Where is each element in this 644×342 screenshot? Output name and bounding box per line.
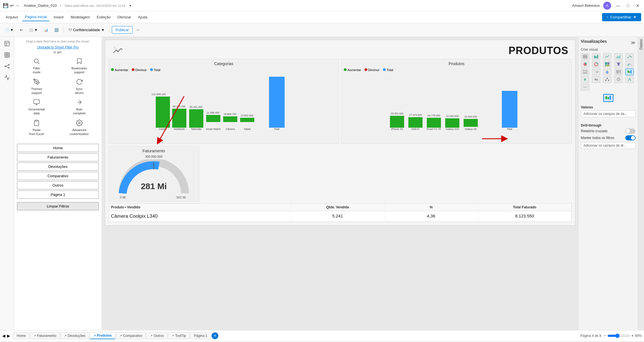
viz-more[interactable]: ⋯: [581, 84, 589, 91]
viz-treemap[interactable]: [603, 61, 611, 68]
viz-bar[interactable]: [592, 53, 600, 60]
categorias-legend: Aumentar Diminuir Total: [111, 68, 336, 72]
viz-decomp[interactable]: [603, 76, 611, 83]
feature-sync-slicers[interactable]: Syncslicers: [60, 78, 99, 95]
viz-donut[interactable]: [592, 61, 600, 68]
viz-r-script[interactable]: R: [581, 76, 589, 83]
tab-prev-btn[interactable]: ◀: [2, 334, 5, 338]
cell-total: 8.123.550: [478, 211, 572, 221]
svg-rect-76: [607, 65, 609, 66]
viz-line[interactable]: [603, 53, 611, 60]
tab-comparativo[interactable]: ↗ Comparativo: [116, 332, 146, 339]
add-values-field-btn[interactable]: Adicionar os campos de da...: [581, 110, 636, 117]
maximize-btn[interactable]: □: [625, 3, 631, 8]
save-icon[interactable]: 💾: [3, 3, 8, 8]
svg-rect-97: [605, 96, 607, 99]
tab-produtos[interactable]: ↗ Produtos: [90, 332, 116, 339]
relatorio-cruzado-toggle[interactable]: [625, 129, 636, 134]
minimize-btn[interactable]: —: [615, 3, 622, 8]
upgrade-link[interactable]: Upgrade to Smart Filter Pro: [17, 45, 99, 49]
viz-ai[interactable]: [625, 76, 634, 83]
tab-faturamento[interactable]: ↗ Faturamento: [30, 332, 60, 339]
user-name: Amauri Bekesius: [572, 3, 600, 8]
viz-scatter[interactable]: [625, 53, 634, 60]
tab-next-btn[interactable]: ▶: [7, 334, 10, 338]
gauge-panel: Faturamento 300.000.000 0 Mi 562: [108, 146, 199, 202]
selected-viz-icon[interactable]: [603, 94, 613, 102]
manter-filtros-toggle[interactable]: [625, 135, 636, 140]
nav-faturamento[interactable]: Faturamento: [17, 153, 99, 161]
menu-arquivo[interactable]: Arquivo: [3, 13, 21, 21]
redo-icon[interactable]: ↪: [16, 3, 19, 8]
menu-exibicao[interactable]: Exibição: [94, 13, 113, 21]
menu-inserir[interactable]: Inserir: [51, 13, 67, 21]
sensitivity-btn[interactable]: 🛡 Confidencialidade ▼: [66, 27, 107, 33]
zoom-slider[interactable]: [607, 334, 630, 338]
dax-icon[interactable]: [3, 73, 12, 82]
tab-pagina1[interactable]: Página 1: [190, 332, 211, 339]
tab-home[interactable]: Home: [13, 332, 29, 339]
dropdown-arrow-title[interactable]: ▼: [129, 4, 132, 7]
incremental-label: Incrementaldata: [29, 107, 45, 116]
viz-qa[interactable]: ?: [614, 76, 623, 83]
viz-kpi[interactable]: ↑KPI: [592, 69, 600, 75]
header-pct: %: [385, 204, 478, 211]
menu-pagina-inicial[interactable]: Página Inicial: [22, 13, 50, 21]
viz-pie[interactable]: [581, 61, 589, 68]
menu-ajuda[interactable]: Ajuda: [135, 13, 150, 21]
feature-autocomplete[interactable]: Autocomplete: [60, 98, 99, 116]
table-header-row: Produto • Vendido Qtde. Vendida % Total …: [109, 204, 572, 211]
nav-outros[interactable]: Outros: [17, 181, 99, 189]
svg-point-21: [78, 122, 80, 124]
feature-incremental[interactable]: Incrementaldata: [17, 98, 56, 116]
viz-funnel[interactable]: [614, 61, 623, 68]
viz-gauge[interactable]: [625, 61, 634, 68]
expand-panel-btn[interactable]: ≫: [631, 40, 636, 45]
dados-label[interactable]: Dados: [638, 38, 644, 51]
nav-pagina1[interactable]: Página 1: [17, 191, 99, 199]
clear-filters-btn[interactable]: Limpar Filtros: [17, 202, 99, 210]
close-btn[interactable]: ✕: [634, 3, 641, 8]
add-tab-btn[interactable]: +: [212, 332, 218, 339]
share-button[interactable]: ↑ Compartilhar ▼: [602, 13, 641, 21]
calc-btn[interactable]: 🔢: [52, 27, 61, 33]
viz-python[interactable]: Py: [592, 76, 600, 83]
advanced-icon: [75, 119, 83, 127]
undo-icon[interactable]: ↩: [10, 3, 14, 8]
nav-comparativo[interactable]: Comparativo: [17, 172, 99, 180]
feature-themes[interactable]: Themessupport: [17, 78, 56, 95]
tab-devolucoes[interactable]: ↗ Devoluções: [61, 332, 89, 339]
tab-outros[interactable]: ↗ Outros: [146, 332, 167, 339]
new-file-btn[interactable]: 📄 ▼: [2, 27, 16, 33]
model-icon[interactable]: [3, 62, 12, 71]
filter-mode-label: Filtermode: [33, 66, 40, 74]
viz-card[interactable]: 123: [581, 69, 589, 75]
svg-text:24.778.000: 24.778.000: [427, 114, 440, 117]
copy-btn[interactable]: ⬜ ▼: [26, 27, 40, 33]
publish-button[interactable]: Publicar: [112, 26, 133, 34]
format-btn[interactable]: 📊: [41, 27, 51, 33]
nav-home[interactable]: Home: [17, 144, 99, 152]
zoom-in-icon[interactable]: +: [631, 333, 634, 338]
svg-point-68: [628, 57, 629, 58]
nav-devolucoes[interactable]: Devoluções: [17, 163, 99, 171]
feature-bookmarks[interactable]: Bookmarkssupport: [60, 57, 99, 74]
reports-icon[interactable]: [3, 39, 12, 48]
viz-area[interactable]: [614, 53, 623, 60]
menu-modelagem[interactable]: Modelagem: [68, 13, 93, 21]
svg-rect-67: [597, 55, 598, 58]
feature-advanced[interactable]: Advancedcustomization: [60, 119, 99, 136]
table-icon[interactable]: [3, 50, 12, 59]
viz-waterfall[interactable]: [625, 69, 634, 75]
viz-map[interactable]: [603, 69, 611, 75]
viz-table[interactable]: [581, 53, 589, 60]
viz-matrix[interactable]: [614, 69, 623, 75]
add-drill-field-btn[interactable]: Adicionar os campos de dr...: [581, 142, 636, 149]
more-options-btn[interactable]: ⋯: [134, 27, 142, 33]
feature-paste-excel[interactable]: Pastefrom Excel: [17, 119, 56, 136]
menu-otimizar[interactable]: Otimizar: [115, 13, 134, 21]
zoom-out-icon[interactable]: −: [604, 333, 606, 338]
undo-toolbar-btn[interactable]: ↩: [17, 27, 25, 33]
tab-tooltip[interactable]: ↗ ToolTip: [168, 332, 189, 339]
feature-filter-mode[interactable]: Filtermode: [17, 57, 56, 74]
